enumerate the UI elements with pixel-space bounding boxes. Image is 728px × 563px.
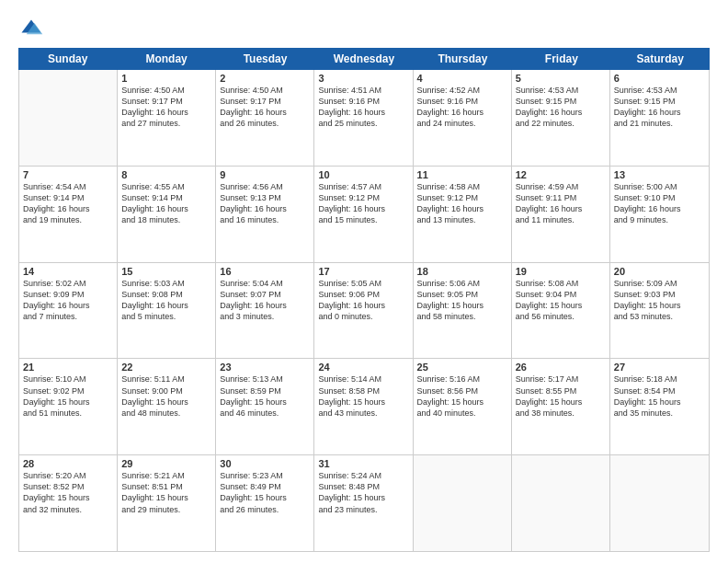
cell-line: Sunrise: 5:24 AM: [318, 470, 408, 481]
cell-line: Sunrise: 5:14 AM: [318, 373, 408, 385]
cell-line: Sunrise: 4:50 AM: [220, 85, 310, 96]
calendar-cell: 9Sunrise: 4:56 AMSunset: 9:13 PMDaylight…: [216, 167, 314, 262]
day-number: 5: [516, 73, 606, 84]
day-number: 31: [318, 458, 408, 469]
cell-line: and 24 minutes.: [417, 118, 507, 129]
cell-line: and 53 minutes.: [614, 311, 705, 322]
cell-line: and 40 minutes.: [417, 408, 507, 419]
cell-line: Daylight: 16 hours: [220, 107, 310, 118]
day-number: 27: [614, 362, 705, 373]
cell-line: Sunset: 8:49 PM: [220, 481, 310, 492]
cell-line: Sunrise: 5:03 AM: [121, 278, 211, 289]
weekday-header: Tuesday: [216, 48, 314, 70]
cell-line: Sunrise: 5:11 AM: [121, 373, 211, 385]
cell-line: and 21 minutes.: [614, 118, 705, 129]
cell-line: Sunset: 8:48 PM: [318, 481, 408, 492]
calendar-cell: 10Sunrise: 4:57 AMSunset: 9:12 PMDayligh…: [314, 167, 413, 262]
day-number: 12: [516, 169, 606, 180]
day-number: 9: [220, 169, 310, 180]
cell-line: Daylight: 15 hours: [614, 396, 705, 408]
day-number: 18: [417, 266, 507, 277]
day-number: 28: [23, 458, 113, 469]
cell-line: and 18 minutes.: [121, 214, 211, 225]
calendar-cell: 6Sunrise: 4:53 AMSunset: 9:15 PMDaylight…: [610, 70, 709, 166]
cell-line: Sunrise: 5:08 AM: [516, 278, 606, 289]
cell-line: and 58 minutes.: [417, 311, 507, 322]
cell-line: Daylight: 16 hours: [614, 107, 705, 118]
cell-line: Sunset: 9:12 PM: [417, 192, 507, 203]
calendar-row: 1Sunrise: 4:50 AMSunset: 9:17 PMDaylight…: [19, 70, 709, 167]
day-number: 4: [417, 73, 507, 84]
calendar-cell: 27Sunrise: 5:18 AMSunset: 8:54 PMDayligh…: [610, 359, 709, 454]
day-number: 10: [318, 169, 408, 180]
calendar-cell: 19Sunrise: 5:08 AMSunset: 9:04 PMDayligh…: [512, 263, 610, 359]
cell-line: and 56 minutes.: [516, 311, 606, 322]
calendar-cell: 30Sunrise: 5:23 AMSunset: 8:49 PMDayligh…: [216, 455, 314, 551]
cell-line: Sunset: 9:17 PM: [121, 96, 211, 107]
cell-line: Sunrise: 4:52 AM: [417, 85, 507, 96]
cell-line: Daylight: 15 hours: [614, 300, 705, 311]
day-number: 14: [23, 266, 113, 277]
calendar-cell: 13Sunrise: 5:00 AMSunset: 9:10 PMDayligh…: [610, 167, 709, 262]
cell-line: Daylight: 16 hours: [516, 107, 606, 118]
weekday-header: Wednesday: [314, 48, 413, 70]
cell-line: Daylight: 16 hours: [23, 203, 113, 214]
cell-line: Daylight: 16 hours: [516, 203, 606, 214]
cell-line: and 0 minutes.: [318, 311, 408, 322]
cell-line: Daylight: 16 hours: [121, 107, 211, 118]
page: SundayMondayTuesdayWednesdayThursdayFrid…: [0, 0, 728, 563]
cell-line: Sunset: 9:02 PM: [23, 385, 113, 396]
weekday-header: Sunday: [18, 48, 117, 70]
day-number: 15: [121, 266, 211, 277]
cell-line: and 5 minutes.: [121, 311, 211, 322]
cell-line: Sunrise: 5:18 AM: [614, 373, 705, 385]
weekday-header: Friday: [512, 48, 610, 70]
cell-line: Daylight: 16 hours: [614, 203, 705, 214]
cell-line: Sunset: 9:06 PM: [318, 289, 408, 300]
cell-line: Sunrise: 4:50 AM: [121, 85, 211, 96]
cell-line: Daylight: 15 hours: [23, 492, 113, 503]
cell-line: and 23 minutes.: [318, 504, 408, 515]
cell-line: Sunrise: 5:20 AM: [23, 470, 113, 481]
cell-line: Sunset: 9:11 PM: [516, 192, 606, 203]
cell-line: Daylight: 15 hours: [516, 396, 606, 408]
calendar-cell: 17Sunrise: 5:05 AMSunset: 9:06 PMDayligh…: [314, 263, 413, 359]
calendar: SundayMondayTuesdayWednesdayThursdayFrid…: [18, 48, 710, 552]
day-number: 11: [417, 169, 507, 180]
calendar-header: SundayMondayTuesdayWednesdayThursdayFrid…: [18, 48, 710, 70]
cell-line: and 26 minutes.: [220, 118, 310, 129]
cell-line: and 29 minutes.: [121, 504, 211, 515]
cell-line: and 19 minutes.: [23, 214, 113, 225]
day-number: 30: [220, 458, 310, 469]
cell-line: Sunset: 9:12 PM: [318, 192, 408, 203]
calendar-cell: [610, 455, 709, 551]
calendar-cell: 15Sunrise: 5:03 AMSunset: 9:08 PMDayligh…: [118, 263, 216, 359]
cell-line: Daylight: 16 hours: [220, 300, 310, 311]
cell-line: Sunrise: 4:55 AM: [121, 181, 211, 192]
calendar-cell: 16Sunrise: 5:04 AMSunset: 9:07 PMDayligh…: [216, 263, 314, 359]
day-number: 16: [220, 266, 310, 277]
cell-line: Daylight: 15 hours: [220, 492, 310, 503]
cell-line: Sunrise: 5:04 AM: [220, 278, 310, 289]
cell-line: and 26 minutes.: [220, 504, 310, 515]
cell-line: Sunset: 9:13 PM: [220, 192, 310, 203]
cell-line: Sunrise: 4:54 AM: [23, 181, 113, 192]
cell-line: Daylight: 15 hours: [318, 492, 408, 503]
day-number: 21: [23, 362, 113, 373]
calendar-cell: 31Sunrise: 5:24 AMSunset: 8:48 PMDayligh…: [314, 455, 413, 551]
day-number: 20: [614, 266, 705, 277]
calendar-cell: 5Sunrise: 4:53 AMSunset: 9:15 PMDaylight…: [512, 70, 610, 166]
cell-line: and 7 minutes.: [23, 311, 113, 322]
cell-line: Sunset: 8:55 PM: [516, 385, 606, 396]
cell-line: Sunrise: 4:59 AM: [516, 181, 606, 192]
cell-line: Sunrise: 5:23 AM: [220, 470, 310, 481]
weekday-header: Saturday: [611, 48, 710, 70]
calendar-cell: 11Sunrise: 4:58 AMSunset: 9:12 PMDayligh…: [414, 167, 512, 262]
calendar-row: 28Sunrise: 5:20 AMSunset: 8:52 PMDayligh…: [19, 455, 709, 551]
cell-line: Sunset: 8:51 PM: [121, 481, 211, 492]
day-number: 8: [121, 169, 211, 180]
cell-line: Sunrise: 5:17 AM: [516, 373, 606, 385]
day-number: 19: [516, 266, 606, 277]
calendar-cell: 8Sunrise: 4:55 AMSunset: 9:14 PMDaylight…: [118, 167, 216, 262]
cell-line: Daylight: 16 hours: [318, 203, 408, 214]
